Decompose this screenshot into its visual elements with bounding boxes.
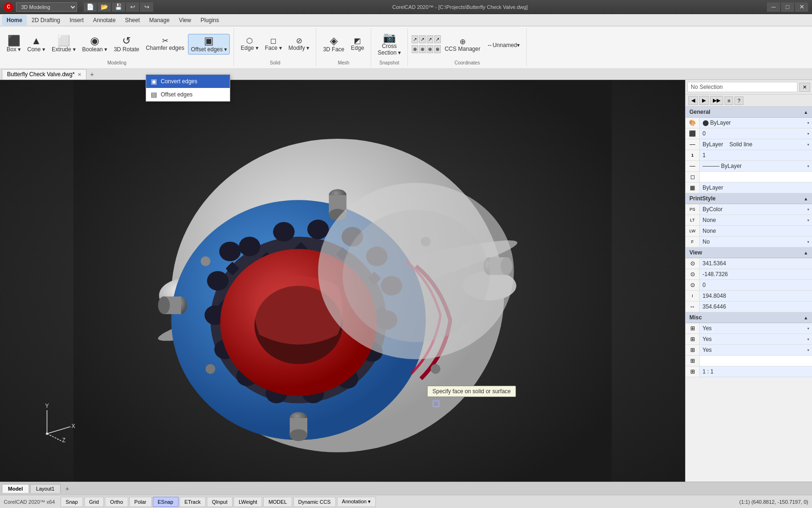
bylayer-value[interactable]: ByLayer [700,183,812,193]
ucs-btn2[interactable]: ↗ [419,35,426,43]
3d-face-button[interactable]: ◈ 3D Face [320,34,347,55]
ps-linetype-value[interactable]: None ▾ [700,215,812,225]
close-btn[interactable]: ✕ [795,2,808,12]
layout1-tab[interactable]: Layout1 [30,484,61,493]
save-file-btn[interactable]: 💾 [112,2,125,12]
ps-color-dropdown[interactable]: ▾ [807,207,809,212]
dynamic-ccs-btn[interactable]: Dynamic CCS [293,497,336,507]
convert-edges-item[interactable]: ▣ Convert edges [146,75,230,88]
lweight-btn[interactable]: LWeight [234,497,262,507]
offset-edges-item[interactable]: ▤ Offset edges [146,88,230,101]
ucs-btn4[interactable]: ↗ [434,35,441,43]
workspace-dropdown[interactable]: 3D Modeling [16,2,77,12]
ps-lineweight-value[interactable]: None [700,226,812,236]
panel-help-btn[interactable]: ? [734,96,743,105]
ortho-btn[interactable]: Ortho [105,497,128,507]
misc-1-dropdown[interactable]: ▾ [807,326,809,331]
3d-rotate-button[interactable]: ↺ 3D Rotate [111,34,142,55]
menu-home[interactable]: Home [2,15,27,25]
cone-button[interactable]: ▲ Cone ▾ [24,34,48,55]
unnamed-ccs-button[interactable]: ↔ Unnamed ▾ [484,40,523,50]
misc-3-value[interactable]: Yes ▾ [700,345,812,355]
menu-2d-drafting[interactable]: 2D Drafting [27,15,65,25]
menu-manage[interactable]: Manage [144,15,174,25]
open-file-btn[interactable]: 📂 [98,2,111,12]
new-tab-button[interactable]: + [86,70,98,79]
view-section-header[interactable]: View ▲ [686,247,812,258]
model-tab[interactable]: Model [2,484,29,493]
model-btn[interactable]: MODEL [263,497,292,507]
esnap-btn[interactable]: ESnap [153,497,179,507]
misc-section-header[interactable]: Misc ▲ [686,312,812,323]
misc-2-value[interactable]: Yes ▾ [700,334,812,344]
snap-btn[interactable]: Snap [61,497,83,507]
linescale-dropdown[interactable]: ▾ [807,164,809,168]
printstyle-section-header[interactable]: PrintStyle ▲ [686,193,812,204]
modify-button[interactable]: ⊘ Modify ▾ [286,35,312,53]
new-file-btn[interactable]: 📄 [84,2,97,12]
ccs-manager-button[interactable]: ⊕ CCS Manager [442,36,483,54]
menu-view[interactable]: View [174,15,196,25]
grid-btn[interactable]: Grid [84,497,104,507]
color-dropdown[interactable]: ▾ [807,121,809,125]
linetype-value[interactable]: ByLayer Solid line ▾ [700,139,812,150]
etrack-btn[interactable]: ETrack [180,497,206,507]
offset-edges-button[interactable]: ▣ Offset edges ▾ [188,34,230,55]
add-layout-btn[interactable]: + [62,484,72,493]
misc-4-value[interactable] [700,356,812,366]
cross-section-button[interactable]: 📷 CrossSection ▾ [375,31,404,58]
ps-color-value[interactable]: ByColor ▾ [700,204,812,214]
annotation-btn[interactable]: Annotation ▾ [337,497,376,507]
panel-next-btn[interactable]: ▶ [699,96,709,105]
face-button[interactable]: ◻ Face ▾ [262,35,285,53]
box-button[interactable]: ⬛ Box ▾ [4,34,23,55]
menu-plugins[interactable]: Plugins [196,15,224,25]
view-z-value[interactable]: 0 [700,280,812,290]
ucs-btn8[interactable]: ⊕ [434,45,441,53]
undo-btn[interactable]: ↩ [126,2,139,12]
minimize-btn[interactable]: ─ [767,2,780,12]
edge-button-solid[interactable]: ⬡ Edge ▾ [238,35,261,53]
layer-dropdown[interactable]: ▾ [807,132,809,136]
ps-linetype-dropdown[interactable]: ▾ [807,218,809,222]
menu-sheet[interactable]: Sheet [120,15,144,25]
view-width-value[interactable]: 354.6446 [700,302,812,312]
document-tab[interactable]: Butterfly Check Valve.dwg* ✕ [2,69,86,79]
viewport[interactable]: Y X Z Specify face on solid or surface [0,80,685,482]
ps-fill-value[interactable]: No ▾ [700,237,812,247]
view-y-value[interactable]: -148.7326 [700,269,812,279]
linescale-value[interactable]: ——— ByLayer ▾ [700,161,812,171]
lineweight-value[interactable]: 1 [700,150,812,160]
misc-3-dropdown[interactable]: ▾ [807,348,809,352]
ucs-btn7[interactable]: ⊕ [427,45,433,53]
misc-2-dropdown[interactable]: ▾ [807,337,809,341]
linetype-dropdown[interactable]: ▾ [807,143,809,147]
boolean-button[interactable]: ◉ Boolean ▾ [79,34,110,55]
ucs-btn3[interactable]: ↗ [427,35,433,43]
panel-close-btn[interactable]: ✕ [799,83,810,92]
qinput-btn[interactable]: QInput [207,497,233,507]
color-value[interactable]: ⬤ ByLayer ▾ [700,118,812,128]
ucs-btn5[interactable]: ⊕ [412,45,418,53]
panel-all-btn[interactable]: ▶▶ [710,96,723,105]
redo-btn[interactable]: ↪ [140,2,153,12]
maximize-btn[interactable]: □ [781,2,794,12]
layer-value[interactable]: 0 ▾ [700,128,812,139]
panel-list-btn[interactable]: ≡ [725,96,733,105]
ucs-btn1[interactable]: ↗ [412,35,418,43]
view-x-value[interactable]: 341.5364 [700,258,812,269]
polar-btn[interactable]: Polar [129,497,152,507]
edge-button-mesh[interactable]: ◩ Edge [348,35,367,53]
ucs-btn6[interactable]: ⊕ [419,45,426,53]
extrude-button[interactable]: ⬜ Extrude ▾ [49,34,78,55]
document-tab-close[interactable]: ✕ [78,72,81,77]
material-value[interactable] [700,172,812,182]
misc-1-value[interactable]: Yes ▾ [700,323,812,333]
chamfer-edges-button[interactable]: ✂ Chamfer edges [143,35,187,53]
menu-annotate[interactable]: Annotate [88,15,120,25]
ps-fill-dropdown[interactable]: ▾ [807,240,809,244]
menu-insert[interactable]: Insert [65,15,88,25]
general-section-header[interactable]: General ▲ [686,107,812,118]
misc-5-value[interactable]: 1 : 1 [700,366,812,377]
panel-prev-btn[interactable]: ◀ [688,96,698,105]
